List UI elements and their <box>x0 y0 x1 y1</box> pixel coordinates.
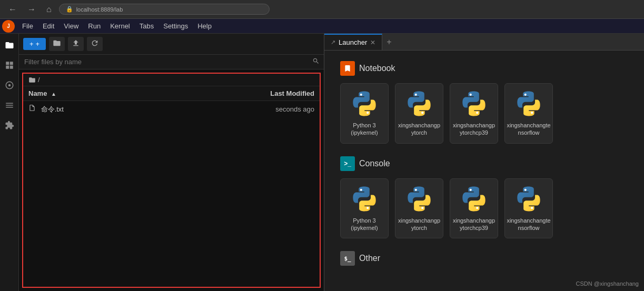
modified-column-header[interactable]: Last Modified <box>158 86 320 101</box>
launcher-tab[interactable]: ↗ Launcher ✕ <box>324 34 382 50</box>
back-button[interactable]: ← <box>5 4 20 15</box>
svg-point-17 <box>421 207 423 209</box>
file-toolbar: + + <box>19 34 324 55</box>
upload-folder-button[interactable] <box>49 37 65 51</box>
file-name-cell: 命令.txt <box>23 101 158 118</box>
notebook-icon <box>340 61 355 76</box>
breadcrumb: / <box>23 74 320 86</box>
svg-point-13 <box>531 112 533 114</box>
python-logo-3 <box>460 90 488 117</box>
console-label-tensorflow: xingshanchangte nsorflow <box>507 217 550 232</box>
svg-point-7 <box>366 112 369 114</box>
svg-point-5 <box>8 84 11 87</box>
other-title: Other <box>359 254 380 263</box>
address-bar[interactable]: 🔒 localhost:8889/lab <box>59 4 270 15</box>
menu-file[interactable]: File <box>18 21 37 31</box>
commands-icon[interactable] <box>2 78 17 93</box>
menu-kernel[interactable]: Kernel <box>106 21 134 31</box>
kernel-label-python3: Python 3 (ipykernel) <box>351 122 378 137</box>
svg-point-8 <box>415 94 417 96</box>
notebook-section-title: Notebook <box>340 61 628 76</box>
menu-help[interactable]: Help <box>193 21 216 31</box>
console-card-pytorch[interactable]: xingshanchangp ytorch <box>395 178 443 239</box>
kernel-card-python3[interactable]: Python 3 (ipykernel) <box>340 83 389 144</box>
file-table: Name ▲ Last Modified <box>23 86 320 117</box>
files-icon[interactable] <box>2 38 17 53</box>
python-logo-2 <box>405 90 433 117</box>
menu-tabs[interactable]: Tabs <box>135 21 158 31</box>
browser-chrome: ← → ⌂ 🔒 localhost:8889/lab <box>0 0 644 19</box>
search-input[interactable] <box>23 57 312 67</box>
svg-rect-3 <box>9 66 13 69</box>
csdn-watermark: CSDN @xingshanchang <box>576 280 639 287</box>
kernel-card-pytorch[interactable]: xingshanchangp ytorch <box>395 83 443 144</box>
menu-settings[interactable]: Settings <box>159 21 192 31</box>
svg-rect-1 <box>9 62 13 65</box>
running-icon[interactable] <box>2 58 17 73</box>
console-label-pytorchcp39: xingshanchangp ytorchcp39 <box>453 217 495 232</box>
svg-point-15 <box>366 207 369 209</box>
console-label-python3: Python 3 (ipykernel) <box>351 217 378 232</box>
launcher-panel: ↗ Launcher ✕ + Notebook <box>324 34 644 291</box>
console-section-title: >_ Console <box>340 156 628 171</box>
search-icon <box>312 57 320 66</box>
console-title: Console <box>359 159 390 168</box>
file-list-wrapper: / Name ▲ Last Modified <box>22 73 321 288</box>
file-icon <box>28 105 38 113</box>
python-logo-4 <box>515 90 542 117</box>
app-container: J File Edit View Run Kernel Tabs Setting… <box>0 19 644 291</box>
console-card-python3[interactable]: Python 3 (ipykernel) <box>340 178 389 239</box>
console-label-pytorch: xingshanchangp ytorch <box>398 217 440 232</box>
console-card-tensorflow[interactable]: xingshanchangte nsorflow <box>504 178 553 239</box>
search-bar <box>19 55 324 69</box>
file-panel: + + <box>19 34 324 291</box>
notebook-title: Notebook <box>359 64 395 73</box>
tabs-icon[interactable] <box>2 98 17 113</box>
svg-point-21 <box>531 207 533 209</box>
kernel-card-pytorchcp39[interactable]: xingshanchangp ytorchcp39 <box>450 83 498 144</box>
breadcrumb-text: / <box>38 76 40 84</box>
home-button[interactable]: ⌂ <box>43 4 55 15</box>
kernel-label-pytorch: xingshanchangp ytorch <box>398 122 440 137</box>
refresh-button[interactable] <box>87 37 103 51</box>
svg-point-12 <box>524 94 527 96</box>
launcher-content: Notebook Python 3 (ipykernel) <box>324 51 644 284</box>
sort-arrow-icon: ▲ <box>51 91 56 97</box>
add-tab-button[interactable]: + <box>382 37 395 47</box>
menu-run[interactable]: Run <box>84 21 105 31</box>
forward-button[interactable]: → <box>24 4 39 15</box>
lock-icon: 🔒 <box>66 6 73 13</box>
kernel-card-tensorflow[interactable]: xingshanchangte nsorflow <box>504 83 553 144</box>
svg-point-10 <box>470 94 472 96</box>
upload-file-button[interactable] <box>68 37 84 51</box>
extensions-icon[interactable] <box>2 118 17 133</box>
kernel-label-pytorchcp39: xingshanchangp ytorchcp39 <box>453 122 495 137</box>
svg-point-19 <box>476 207 478 209</box>
svg-rect-0 <box>6 62 9 65</box>
new-button[interactable]: + + <box>23 38 46 50</box>
menu-edit[interactable]: Edit <box>38 21 58 31</box>
url-text: localhost:8889/lab <box>76 6 123 13</box>
python-logo-8 <box>515 185 542 213</box>
svg-point-18 <box>470 188 472 190</box>
svg-point-14 <box>360 188 362 190</box>
python-logo-6 <box>405 185 433 213</box>
svg-point-20 <box>524 188 527 190</box>
menu-bar: J File Edit View Run Kernel Tabs Setting… <box>0 19 644 34</box>
tabs-bar: ↗ Launcher ✕ + <box>324 34 644 51</box>
app-logo: J <box>2 20 15 33</box>
name-column-header[interactable]: Name ▲ <box>23 86 158 101</box>
other-icon: $_ <box>340 251 355 266</box>
python-logo-1 <box>351 90 378 117</box>
tab-close-icon[interactable]: ✕ <box>370 39 375 46</box>
tab-label: Launcher <box>339 38 367 46</box>
table-row[interactable]: 命令.txt seconds ago <box>23 101 320 118</box>
svg-point-6 <box>360 94 362 96</box>
svg-rect-2 <box>6 66 9 69</box>
svg-point-16 <box>415 188 417 190</box>
menu-view[interactable]: View <box>60 21 83 31</box>
kernel-label-tensorflow: xingshanchangte nsorflow <box>507 122 550 137</box>
other-section-title: $_ Other <box>340 251 628 266</box>
notebook-kernel-grid: Python 3 (ipykernel) xi <box>340 83 628 144</box>
console-card-pytorchcp39[interactable]: xingshanchangp ytorchcp39 <box>450 178 498 239</box>
